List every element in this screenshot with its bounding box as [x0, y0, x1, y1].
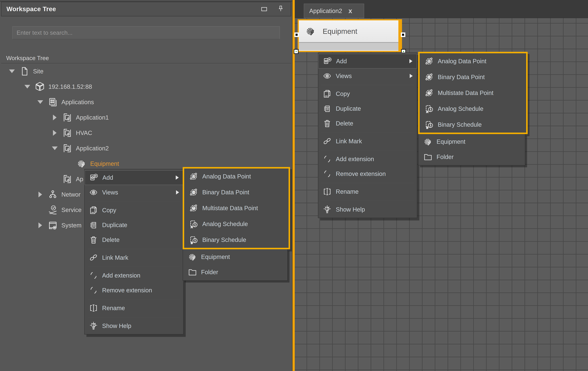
expander-down-icon[interactable]: [22, 85, 33, 88]
expander-right-icon[interactable]: [49, 130, 60, 136]
menu-item-views[interactable]: Views: [318, 68, 417, 83]
resize-handle-bottom-left[interactable]: [294, 50, 298, 53]
show-help-bulb-icon: [322, 204, 333, 215]
add-submenu-highlighted-group: Analog Data Point Binary Data Point Mult…: [418, 52, 528, 134]
submenu-item-analog-data-point[interactable]: Analog Data Point: [420, 53, 526, 69]
duplicate-icon: [322, 103, 333, 114]
tab-application2[interactable]: Application2 x: [304, 4, 364, 18]
menu-item-delete[interactable]: Delete: [318, 116, 417, 131]
binary-schedule-icon: [424, 119, 435, 130]
add-extension-icon: [88, 270, 99, 281]
close-icon[interactable]: x: [348, 8, 352, 14]
menu-item-add[interactable]: Add: [85, 170, 183, 185]
submenu-item-analog-schedule[interactable]: Analog Schedule: [184, 216, 289, 232]
submenu-item-equipment[interactable]: Equipment: [419, 134, 525, 149]
menu-item-link-mark[interactable]: Link Mark: [318, 134, 417, 149]
context-menu-right: Add Views Copy Duplicate Delete Link Mar…: [318, 53, 417, 218]
expander-down-icon[interactable]: [49, 146, 60, 150]
submenu-item-analog-data-point[interactable]: Analog Data Point: [184, 168, 289, 184]
menu-item-views[interactable]: Views: [85, 185, 183, 200]
menu-item-add-extension[interactable]: Add extension: [85, 268, 183, 283]
menu-separator: [321, 85, 414, 85]
tree-item-application1[interactable]: Application1: [1, 110, 291, 125]
show-help-bulb-icon: [88, 320, 99, 331]
menu-item-add[interactable]: Add: [318, 54, 417, 68]
menu-item-add-extension[interactable]: Add extension: [318, 152, 417, 166]
analog-schedule-icon: [188, 218, 199, 230]
menu-item-delete[interactable]: Delete: [85, 232, 183, 247]
binary-schedule-icon: [188, 234, 199, 246]
system-icon: [46, 220, 60, 230]
copy-icon: [88, 205, 99, 216]
workspace-tree-header: Workspace Tree: [1, 2, 291, 16]
menu-item-duplicate[interactable]: Duplicate: [318, 101, 417, 116]
tree-item-site[interactable]: Site: [1, 64, 291, 79]
add-submenu-group: Equipment Folder: [183, 249, 288, 281]
menu-item-show-help[interactable]: Show Help: [318, 202, 417, 217]
network-icon: [46, 189, 60, 200]
menu-item-copy[interactable]: Copy: [318, 86, 417, 101]
equipment-gear-icon: [74, 159, 89, 169]
menu-separator: [88, 266, 180, 267]
tree-item-hvac[interactable]: HVAC: [1, 125, 291, 141]
expander-right-icon[interactable]: [49, 115, 60, 120]
submenu-arrow-icon: [410, 74, 413, 78]
link-icon: [322, 136, 333, 147]
menu-separator: [321, 150, 414, 150]
resize-handle-left[interactable]: [294, 33, 299, 37]
menu-item-duplicate[interactable]: Duplicate: [85, 218, 183, 232]
resize-handle-right[interactable]: [401, 33, 405, 37]
expander-right-icon[interactable]: [35, 192, 46, 197]
menu-item-rename[interactable]: Rename: [318, 184, 417, 199]
menu-separator: [88, 299, 180, 299]
menu-item-remove-extension[interactable]: Remove extension: [318, 166, 417, 181]
tree-item-applications[interactable]: Applications: [1, 94, 291, 110]
equipment-gear-icon: [187, 251, 198, 262]
menu-item-rename[interactable]: Rename: [85, 301, 183, 316]
restore-icon[interactable]: [260, 5, 269, 13]
add-icon: [322, 55, 333, 67]
submenu-item-folder[interactable]: Folder: [183, 264, 287, 280]
panel-splitter[interactable]: [292, 0, 295, 371]
expander-right-icon[interactable]: [35, 222, 46, 228]
binary-data-point-icon: [188, 187, 199, 198]
submenu-item-binary-schedule[interactable]: Binary Schedule: [184, 232, 289, 248]
submenu-item-binary-data-point[interactable]: Binary Data Point: [184, 184, 289, 200]
menu-separator: [88, 249, 180, 249]
views-eye-icon: [322, 70, 333, 82]
application-icon: [60, 112, 74, 123]
window-frame-edge: [0, 0, 292, 1]
menu-item-show-help[interactable]: Show Help: [85, 318, 183, 333]
rename-icon: [322, 186, 333, 197]
expander-down-icon[interactable]: [35, 100, 46, 104]
tree-item-controller[interactable]: 192.168.1.52:88: [1, 79, 291, 94]
equipment-widget[interactable]: Equipment: [298, 19, 402, 52]
search-input[interactable]: [12, 26, 280, 39]
delete-trash-icon: [88, 234, 99, 245]
equipment-widget-body: [299, 43, 398, 50]
add-icon: [88, 172, 99, 183]
equipment-gear-icon: [305, 26, 316, 37]
submenu-item-equipment[interactable]: Equipment: [183, 249, 287, 264]
application-icon: [60, 174, 74, 184]
tree-section-label: Workspace Tree: [1, 53, 291, 63]
submenu-item-binary-data-point[interactable]: Binary Data Point: [420, 69, 526, 85]
tree-item-application2[interactable]: Application2: [1, 141, 291, 156]
submenu-item-analog-schedule[interactable]: Analog Schedule: [420, 101, 526, 117]
menu-item-remove-extension[interactable]: Remove extension: [85, 283, 183, 298]
submenu-item-binary-schedule[interactable]: Binary Schedule: [420, 117, 526, 132]
menu-item-copy[interactable]: Copy: [85, 203, 183, 218]
submenu-item-multistate-data-point[interactable]: Multistate Data Point: [184, 200, 289, 216]
pin-icon[interactable]: [276, 5, 285, 13]
menu-item-link-mark[interactable]: Link Mark: [85, 250, 183, 265]
multistate-data-point-icon: [188, 203, 199, 214]
submenu-item-folder[interactable]: Folder: [419, 149, 525, 164]
remove-extension-icon: [88, 285, 99, 296]
multistate-data-point-icon: [424, 87, 435, 98]
expander-down-icon[interactable]: [7, 69, 17, 73]
submenu-item-multistate-data-point[interactable]: Multistate Data Point: [420, 85, 526, 101]
analog-data-point-icon: [188, 171, 199, 182]
submenu-arrow-icon: [176, 175, 179, 180]
equipment-widget-header: Equipment: [299, 20, 398, 43]
tab-bar: Application2 x: [295, 0, 588, 18]
